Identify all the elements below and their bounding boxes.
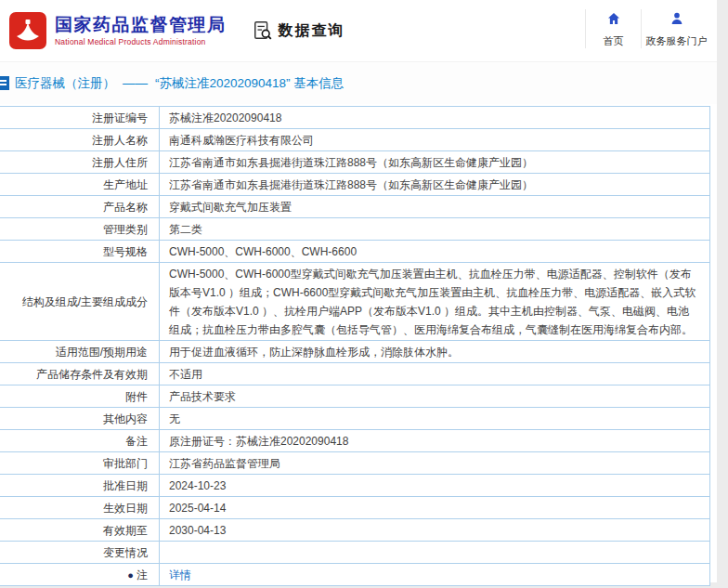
row-value: 南通科威瀚医疗科技有限公司 (160, 129, 710, 151)
row-label: 管理类别 (0, 218, 160, 241)
row-value: 2024-10-23 (160, 475, 710, 497)
page: 国家药品监督管理局 National Medical Products Admi… (0, 0, 717, 582)
row-value: 苏械注准20202090418 (160, 107, 710, 129)
person-icon (670, 11, 684, 26)
row-label: 注册人住所 (0, 151, 160, 174)
row-label: 其他内容 (0, 408, 160, 430)
breadcrumb-section: 医疗器械（注册） (15, 75, 115, 92)
table-row: 适用范围/预期用途用于促进血液循环，防止深静脉血栓形成，消除肢体水肿。 (0, 341, 710, 363)
home-icon (606, 11, 621, 26)
table-row: 生效日期2025-04-14 (0, 497, 710, 519)
nav-gov-portal[interactable]: 政务服务门户 (641, 9, 711, 48)
nav-gov-portal-label: 政务服务门户 (642, 34, 711, 48)
row-value: 江苏省南通市如东县掘港街道珠江路888号（如东高新区生命健康产业园） (160, 151, 710, 174)
table-row: 产品名称穿戴式间歇充气加压装置 (0, 196, 710, 218)
site-title-en: National Medical Products Administration (55, 37, 227, 46)
row-value (160, 542, 710, 564)
table-row: 其他内容无 (0, 408, 710, 430)
row-value: CWH-5000、CWH-6000、CWH-6600 (160, 241, 710, 263)
row-label: 附件 (0, 385, 160, 408)
row-value: 江苏省药品监督管理局 (160, 452, 710, 475)
table-row: 注册证编号苏械注准20202090418 (0, 107, 710, 129)
table-row: 附件产品技术要求 (0, 385, 710, 408)
row-label: 生产地址 (0, 174, 160, 196)
nmpa-emblem-icon (9, 12, 46, 49)
registration-info-table: 注册证编号苏械注准20202090418注册人名称南通科威瀚医疗科技有限公司注册… (0, 106, 710, 586)
row-value: 江苏省南通市如东县掘港街道珠江路888号（如东高新区生命健康产业园） (160, 174, 710, 196)
table-row: 生产地址江苏省南通市如东县掘港街道珠江路888号（如东高新区生命健康产业园） (0, 174, 710, 196)
table-row: 批准日期2024-10-23 (0, 475, 710, 497)
row-label: 产品名称 (0, 196, 160, 218)
row-label: 结构及组成/主要组成成分 (0, 263, 160, 341)
note-bullet-icon: ● (127, 569, 134, 581)
data-query-header: 数据查询 (253, 20, 345, 41)
nav-home-label: 首页 (586, 34, 641, 48)
nmpa-logo: 国家药品监督管理局 National Medical Products Admi… (9, 12, 227, 49)
page-title: “苏械注准20202090418” 基本信息 (155, 75, 344, 92)
table-row: 型号规格CWH-5000、CWH-6000、CWH-6600 (0, 241, 710, 263)
table-row: 备注原注册证号：苏械注准20202090418 (0, 430, 710, 452)
data-query-title: 数据查询 (279, 21, 345, 41)
breadcrumb: 医疗器械（注册） —— “苏械注准20202090418” 基本信息 (0, 61, 717, 104)
row-value: 详情 (160, 564, 710, 586)
header: 国家药品监督管理局 National Medical Products Admi… (0, 0, 717, 61)
table-row: 注册人名称南通科威瀚医疗科技有限公司 (0, 129, 710, 151)
row-label: 批准日期 (0, 475, 160, 497)
row-label: 有效期至 (0, 519, 160, 542)
row-value: 2030-04-13 (160, 519, 710, 542)
table-row: 变更情况 (0, 542, 710, 564)
row-value: 不适用 (160, 363, 710, 385)
table-row: 管理类别第二类 (0, 218, 710, 241)
row-value: 无 (160, 408, 710, 430)
row-value: 用于促进血液循环，防止深静脉血栓形成，消除肢体水肿。 (160, 341, 710, 363)
row-value: CWH-5000、CWH-6000型穿戴式间歇充气加压装置由主机、抗血栓压力带、… (160, 263, 710, 341)
table-row: 有效期至2030-04-13 (0, 519, 710, 542)
row-label: 注册人名称 (0, 129, 160, 151)
data-query-icon (253, 20, 273, 41)
table-row: 审批部门江苏省药品监督管理局 (0, 452, 710, 475)
breadcrumb-separator: —— (123, 76, 148, 90)
registration-info-table-wrap: 注册证编号苏械注准20202090418注册人名称南通科威瀚医疗科技有限公司注册… (0, 106, 717, 586)
row-label: 备注 (0, 430, 160, 452)
site-title-cn: 国家药品监督管理局 (55, 15, 227, 35)
table-row: 结构及组成/主要组成成分CWH-5000、CWH-6000型穿戴式间歇充气加压装… (0, 263, 710, 341)
row-value: 第二类 (160, 218, 710, 241)
row-label: 型号规格 (0, 241, 160, 263)
row-label: 适用范围/预期用途 (0, 341, 160, 363)
table-row: ●注详情 (0, 564, 710, 586)
row-value: 穿戴式间歇充气加压装置 (160, 196, 710, 218)
row-label: 产品储存条件及有效期 (0, 363, 160, 385)
detail-link[interactable]: 详情 (169, 568, 191, 581)
top-nav: 首页 政务服务门户 (585, 9, 711, 48)
row-label: 审批部门 (0, 452, 160, 475)
row-value: 2025-04-14 (160, 497, 710, 519)
row-label: 变更情况 (0, 542, 160, 564)
table-row: 产品储存条件及有效期不适用 (0, 363, 710, 385)
row-value: 产品技术要求 (160, 385, 710, 408)
nav-home[interactable]: 首页 (585, 9, 641, 48)
row-label: 生效日期 (0, 497, 160, 519)
row-value: 原注册证号：苏械注准20202090418 (160, 430, 710, 452)
document-icon (0, 76, 9, 90)
row-label: 注册证编号 (0, 107, 160, 129)
row-label: ●注 (0, 564, 160, 586)
table-row: 注册人住所江苏省南通市如东县掘港街道珠江路888号（如东高新区生命健康产业园） (0, 151, 710, 174)
